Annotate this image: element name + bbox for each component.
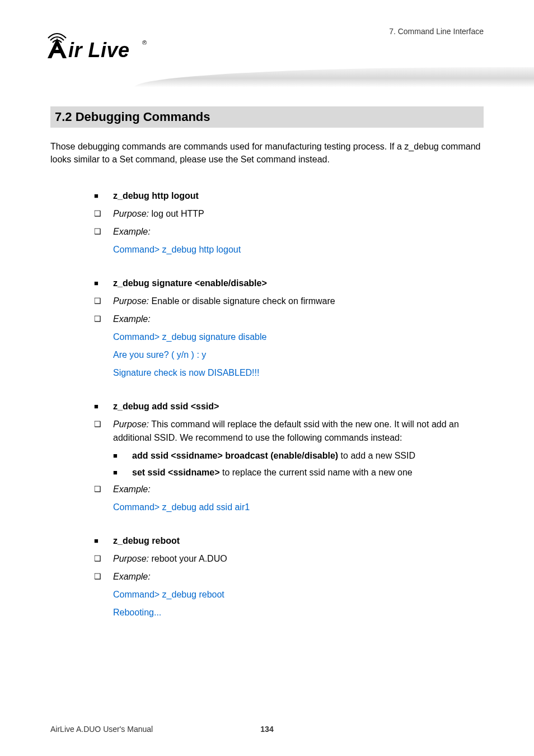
chapter-label: 7. Command Line Interface: [389, 27, 484, 36]
example-label: Example:: [113, 483, 484, 496]
hollow-square-icon: ❑: [94, 570, 113, 584]
hollow-square-icon: ❑: [94, 207, 113, 221]
sublist-item: add ssid <ssidname> broadcast (enable/di…: [132, 449, 484, 463]
header-swoosh: [134, 67, 534, 87]
command-output: Rebooting...: [113, 606, 484, 619]
intro-paragraph: Those debugging commands are commands us…: [50, 140, 484, 166]
purpose-line: Purpose: reboot your A.DUO: [113, 552, 484, 566]
command-name: z_debug http logout: [113, 189, 484, 203]
filled-square-icon: ■: [113, 466, 132, 479]
hollow-square-icon: ❑: [94, 225, 113, 239]
filled-square-icon: ■: [113, 449, 132, 462]
filled-square-icon: ■: [94, 400, 113, 413]
airlive-logo: ir Live ®: [46, 27, 152, 64]
section-heading: 7.2 Debugging Commands: [50, 106, 484, 128]
command-name: z_debug signature <enable/disable>: [113, 277, 484, 290]
example-label: Example:: [113, 225, 484, 239]
footer-manual-name: AirLive A.DUO User's Manual: [50, 725, 153, 734]
hollow-square-icon: ❑: [94, 483, 113, 496]
hollow-square-icon: ❑: [94, 418, 113, 431]
command-output: Command> z_debug reboot: [113, 588, 484, 601]
command-name: z_debug add ssid <ssid>: [113, 400, 484, 413]
purpose-line: Purpose: This command will replace the d…: [113, 418, 484, 445]
filled-square-icon: ■: [94, 189, 113, 202]
sublist-item: set ssid <ssidname> to replace the curre…: [132, 466, 484, 479]
page-footer: AirLive A.DUO User's Manual 134: [50, 725, 484, 734]
example-label: Example:: [113, 570, 484, 584]
purpose-line: Purpose: log out HTTP: [113, 207, 484, 221]
command-name: z_debug reboot: [113, 534, 484, 548]
command-block: ■ z_debug signature <enable/disable> ❑ P…: [94, 277, 484, 380]
hollow-square-icon: ❑: [94, 552, 113, 566]
filled-square-icon: ■: [94, 277, 113, 290]
command-block: ■ z_debug http logout ❑ Purpose: log out…: [94, 189, 484, 256]
command-output: Command> z_debug add ssid air1: [113, 501, 484, 514]
command-output: Command> z_debug signature disable: [113, 330, 484, 344]
command-block: ■ z_debug add ssid <ssid> ❑ Purpose: Thi…: [94, 400, 484, 514]
purpose-line: Purpose: Enable or disable signature che…: [113, 295, 484, 308]
page-content: 7.2 Debugging Commands Those debugging c…: [0, 106, 534, 619]
command-output: Command> z_debug http logout: [113, 243, 484, 256]
command-block: ■ z_debug reboot ❑ Purpose: reboot your …: [94, 534, 484, 619]
hollow-square-icon: ❑: [94, 295, 113, 308]
command-output: Signature check is now DISABLED!!!: [113, 366, 484, 380]
filled-square-icon: ■: [94, 534, 113, 547]
page-header: 7. Command Line Interface ir Live ®: [0, 0, 534, 101]
logo-text: ir Live: [68, 39, 130, 62]
example-label: Example:: [113, 312, 484, 326]
registered-icon: ®: [142, 39, 147, 46]
hollow-square-icon: ❑: [94, 312, 113, 326]
page-number: 134: [260, 725, 273, 734]
command-output: Are you sure? ( y/n ) : y: [113, 348, 484, 362]
